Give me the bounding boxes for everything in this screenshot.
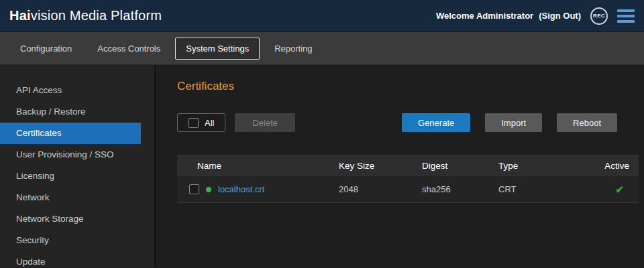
cert-name-cell: localhost.crt xyxy=(177,184,339,194)
tab-reporting[interactable]: Reporting xyxy=(264,38,323,60)
active-check-icon: ✔ xyxy=(615,184,629,195)
toolbar: All Delete Generate Import Reboot xyxy=(177,113,639,132)
table-header-row: Name Key Size Digest Type Active xyxy=(177,155,639,176)
brand-bold: Hai xyxy=(9,8,31,23)
generate-button[interactable]: Generate xyxy=(402,113,470,132)
row-checkbox[interactable] xyxy=(189,184,199,194)
delete-button[interactable]: Delete xyxy=(235,113,295,132)
import-button[interactable]: Import xyxy=(485,113,542,132)
page-title: Certificates xyxy=(177,80,639,93)
header-actions: Welcome Administrator (Sign Out) REC xyxy=(436,7,635,25)
sidebar-item-backup-restore[interactable]: Backup / Restore xyxy=(0,101,154,123)
header-type: Type xyxy=(498,161,578,171)
select-all-checkbox[interactable] xyxy=(189,118,199,128)
certificate-link[interactable]: localhost.crt xyxy=(218,184,264,194)
reboot-button[interactable]: Reboot xyxy=(557,113,617,132)
nav-bar: Configuration Access Controls System Set… xyxy=(0,32,644,65)
header-key-size: Key Size xyxy=(339,161,422,171)
sidebar-item-licensing[interactable]: Licensing xyxy=(0,165,154,187)
certificates-table: Name Key Size Digest Type Active localho… xyxy=(177,155,639,203)
sidebar-item-user-provisioning[interactable]: User Provisioning / SSO xyxy=(0,144,154,165)
table-row: localhost.crt 2048 sha256 CRT ✔ xyxy=(177,176,639,203)
welcome-text: Welcome Administrator xyxy=(436,11,533,21)
cert-active-cell: ✔ xyxy=(578,184,639,196)
brand-logo: Haivision Media Platform xyxy=(9,8,162,23)
main-content: Certificates All Delete Generate Import … xyxy=(156,65,644,267)
status-dot-icon xyxy=(206,187,211,192)
cert-key-size: 2048 xyxy=(339,184,422,194)
cert-digest: sha256 xyxy=(422,184,498,194)
top-bar: Haivision Media Platform Welcome Adminis… xyxy=(0,0,644,32)
sidebar: API Access Backup / Restore Certificates… xyxy=(0,65,156,267)
main-layout: API Access Backup / Restore Certificates… xyxy=(0,65,644,267)
select-all-label: All xyxy=(205,118,214,128)
rec-badge[interactable]: REC xyxy=(590,7,608,25)
tab-configuration[interactable]: Configuration xyxy=(9,38,83,60)
sidebar-item-api-access[interactable]: API Access xyxy=(0,80,154,101)
sidebar-item-security[interactable]: Security xyxy=(0,230,154,251)
cert-type: CRT xyxy=(498,184,578,194)
tab-access-controls[interactable]: Access Controls xyxy=(87,38,171,60)
menu-icon[interactable] xyxy=(617,8,635,24)
brand-rest: vision Media Platform xyxy=(31,8,162,23)
header-digest: Digest xyxy=(422,161,498,171)
header-active: Active xyxy=(578,161,639,171)
sidebar-item-certificates[interactable]: Certificates xyxy=(0,123,141,144)
sidebar-item-update[interactable]: Update xyxy=(0,251,154,267)
sidebar-item-network-storage[interactable]: Network Storage xyxy=(0,208,154,230)
sidebar-item-network[interactable]: Network xyxy=(0,187,154,208)
header-name: Name xyxy=(177,161,339,171)
tab-system-settings[interactable]: System Settings xyxy=(175,38,260,60)
select-all-button[interactable]: All xyxy=(177,113,225,132)
sign-out-link[interactable]: (Sign Out) xyxy=(539,11,581,21)
